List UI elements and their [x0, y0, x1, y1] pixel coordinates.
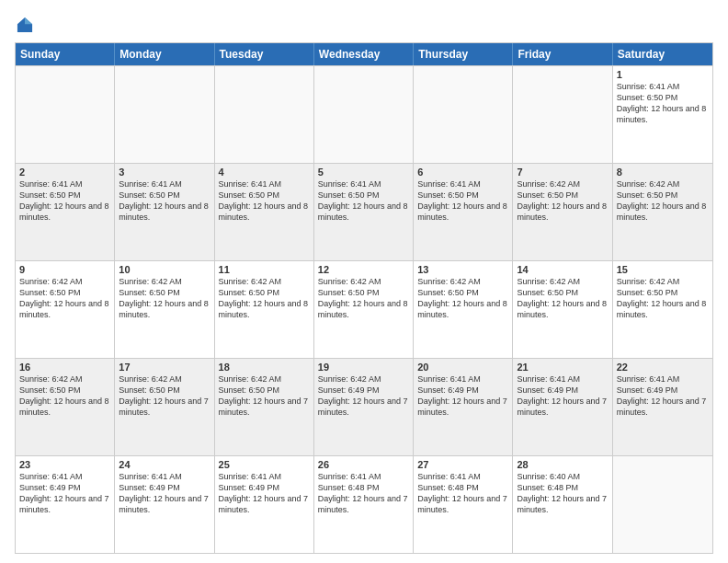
- day-number: 23: [19, 459, 110, 470]
- header: [15, 15, 713, 35]
- day-number: 25: [219, 459, 310, 470]
- day-cell-28: 28Sunrise: 6:40 AM Sunset: 6:48 PM Dayli…: [513, 456, 612, 553]
- empty-cell: [215, 66, 314, 163]
- day-number: 7: [517, 167, 608, 178]
- day-number: 27: [417, 459, 508, 470]
- day-cell-8: 8Sunrise: 6:42 AM Sunset: 6:50 PM Daylig…: [613, 164, 712, 260]
- day-cell-4: 4Sunrise: 6:41 AM Sunset: 6:50 PM Daylig…: [215, 164, 314, 260]
- day-number: 28: [517, 459, 608, 470]
- day-number: 1: [617, 69, 709, 80]
- day-info: Sunrise: 6:41 AM Sunset: 6:49 PM Dayligh…: [517, 373, 608, 419]
- day-cell-17: 17Sunrise: 6:42 AM Sunset: 6:50 PM Dayli…: [115, 359, 214, 455]
- day-number: 4: [219, 167, 310, 178]
- day-number: 3: [119, 167, 210, 178]
- day-cell-3: 3Sunrise: 6:41 AM Sunset: 6:50 PM Daylig…: [115, 164, 214, 260]
- day-info: Sunrise: 6:42 AM Sunset: 6:50 PM Dayligh…: [19, 373, 110, 419]
- day-cell-24: 24Sunrise: 6:41 AM Sunset: 6:49 PM Dayli…: [115, 456, 214, 553]
- logo-icon: [15, 15, 35, 35]
- day-cell-21: 21Sunrise: 6:41 AM Sunset: 6:49 PM Dayli…: [513, 359, 612, 455]
- day-info: Sunrise: 6:41 AM Sunset: 6:50 PM Dayligh…: [119, 178, 210, 224]
- calendar-week-3: 16Sunrise: 6:42 AM Sunset: 6:50 PM Dayli…: [16, 358, 712, 455]
- day-number: 17: [119, 362, 210, 373]
- day-cell-20: 20Sunrise: 6:41 AM Sunset: 6:49 PM Dayli…: [414, 359, 513, 455]
- day-info: Sunrise: 6:41 AM Sunset: 6:50 PM Dayligh…: [219, 178, 310, 224]
- day-cell-14: 14Sunrise: 6:42 AM Sunset: 6:50 PM Dayli…: [513, 261, 612, 358]
- day-info: Sunrise: 6:42 AM Sunset: 6:50 PM Dayligh…: [617, 276, 709, 321]
- day-number: 14: [517, 264, 608, 275]
- day-number: 6: [417, 167, 508, 178]
- day-info: Sunrise: 6:42 AM Sunset: 6:50 PM Dayligh…: [617, 178, 709, 224]
- header-day-tuesday: Tuesday: [215, 43, 314, 65]
- day-number: 22: [617, 362, 709, 373]
- day-info: Sunrise: 6:42 AM Sunset: 6:50 PM Dayligh…: [318, 276, 409, 321]
- day-cell-27: 27Sunrise: 6:41 AM Sunset: 6:48 PM Dayli…: [414, 456, 513, 553]
- day-info: Sunrise: 6:41 AM Sunset: 6:50 PM Dayligh…: [617, 81, 709, 126]
- empty-cell: [414, 66, 513, 163]
- day-cell-19: 19Sunrise: 6:42 AM Sunset: 6:49 PM Dayli…: [314, 359, 414, 455]
- day-number: 21: [517, 362, 608, 373]
- day-cell-16: 16Sunrise: 6:42 AM Sunset: 6:50 PM Dayli…: [16, 359, 115, 455]
- day-cell-23: 23Sunrise: 6:41 AM Sunset: 6:49 PM Dayli…: [16, 456, 115, 553]
- day-number: 24: [119, 459, 210, 470]
- day-cell-12: 12Sunrise: 6:42 AM Sunset: 6:50 PM Dayli…: [314, 261, 414, 358]
- day-info: Sunrise: 6:41 AM Sunset: 6:49 PM Dayligh…: [19, 471, 110, 516]
- day-number: 13: [417, 264, 508, 275]
- day-cell-22: 22Sunrise: 6:41 AM Sunset: 6:49 PM Dayli…: [613, 359, 712, 455]
- calendar-week-0: 1Sunrise: 6:41 AM Sunset: 6:50 PM Daylig…: [16, 65, 712, 163]
- day-cell-2: 2Sunrise: 6:41 AM Sunset: 6:50 PM Daylig…: [16, 164, 115, 260]
- day-cell-26: 26Sunrise: 6:41 AM Sunset: 6:48 PM Dayli…: [314, 456, 414, 553]
- day-cell-6: 6Sunrise: 6:41 AM Sunset: 6:50 PM Daylig…: [414, 164, 513, 260]
- empty-cell: [115, 66, 214, 163]
- calendar-week-2: 9Sunrise: 6:42 AM Sunset: 6:50 PM Daylig…: [16, 260, 712, 358]
- page: SundayMondayTuesdayWednesdayThursdayFrid…: [0, 0, 728, 563]
- day-info: Sunrise: 6:41 AM Sunset: 6:48 PM Dayligh…: [318, 471, 409, 516]
- day-number: 16: [19, 362, 110, 373]
- day-info: Sunrise: 6:41 AM Sunset: 6:49 PM Dayligh…: [219, 471, 310, 516]
- day-cell-10: 10Sunrise: 6:42 AM Sunset: 6:50 PM Dayli…: [115, 261, 214, 358]
- empty-cell: [613, 456, 712, 553]
- day-cell-11: 11Sunrise: 6:42 AM Sunset: 6:50 PM Dayli…: [215, 261, 314, 358]
- day-info: Sunrise: 6:41 AM Sunset: 6:49 PM Dayligh…: [617, 373, 709, 419]
- day-number: 12: [318, 264, 409, 275]
- day-info: Sunrise: 6:42 AM Sunset: 6:50 PM Dayligh…: [19, 276, 110, 321]
- day-info: Sunrise: 6:41 AM Sunset: 6:48 PM Dayligh…: [417, 471, 508, 516]
- day-number: 19: [318, 362, 409, 373]
- day-info: Sunrise: 6:41 AM Sunset: 6:50 PM Dayligh…: [417, 178, 508, 224]
- day-number: 11: [219, 264, 310, 275]
- day-info: Sunrise: 6:41 AM Sunset: 6:49 PM Dayligh…: [119, 471, 210, 516]
- day-number: 20: [417, 362, 508, 373]
- day-number: 26: [318, 459, 409, 470]
- day-number: 9: [19, 264, 110, 275]
- empty-cell: [16, 66, 115, 163]
- day-cell-13: 13Sunrise: 6:42 AM Sunset: 6:50 PM Dayli…: [414, 261, 513, 358]
- day-cell-25: 25Sunrise: 6:41 AM Sunset: 6:49 PM Dayli…: [215, 456, 314, 553]
- calendar-header-row: SundayMondayTuesdayWednesdayThursdayFrid…: [16, 43, 712, 65]
- day-number: 8: [617, 167, 709, 178]
- day-number: 10: [119, 264, 210, 275]
- calendar-week-1: 2Sunrise: 6:41 AM Sunset: 6:50 PM Daylig…: [16, 163, 712, 260]
- day-cell-1: 1Sunrise: 6:41 AM Sunset: 6:50 PM Daylig…: [613, 66, 712, 163]
- day-cell-5: 5Sunrise: 6:41 AM Sunset: 6:50 PM Daylig…: [314, 164, 414, 260]
- day-info: Sunrise: 6:42 AM Sunset: 6:50 PM Dayligh…: [417, 276, 508, 321]
- header-day-monday: Monday: [115, 43, 214, 65]
- day-info: Sunrise: 6:42 AM Sunset: 6:50 PM Dayligh…: [219, 276, 310, 321]
- calendar-week-4: 23Sunrise: 6:41 AM Sunset: 6:49 PM Dayli…: [16, 455, 712, 553]
- empty-cell: [513, 66, 612, 163]
- day-info: Sunrise: 6:42 AM Sunset: 6:49 PM Dayligh…: [318, 373, 409, 419]
- calendar-body: 1Sunrise: 6:41 AM Sunset: 6:50 PM Daylig…: [16, 65, 712, 553]
- day-cell-18: 18Sunrise: 6:42 AM Sunset: 6:50 PM Dayli…: [215, 359, 314, 455]
- day-info: Sunrise: 6:41 AM Sunset: 6:50 PM Dayligh…: [19, 178, 110, 224]
- day-number: 5: [318, 167, 409, 178]
- header-day-saturday: Saturday: [613, 43, 712, 65]
- logo: [15, 15, 39, 35]
- day-number: 18: [219, 362, 310, 373]
- day-info: Sunrise: 6:42 AM Sunset: 6:50 PM Dayligh…: [219, 373, 310, 419]
- day-info: Sunrise: 6:40 AM Sunset: 6:48 PM Dayligh…: [517, 471, 608, 516]
- calendar: SundayMondayTuesdayWednesdayThursdayFrid…: [15, 42, 713, 554]
- header-day-thursday: Thursday: [414, 43, 513, 65]
- day-number: 2: [19, 167, 110, 178]
- header-day-friday: Friday: [513, 43, 612, 65]
- header-day-sunday: Sunday: [16, 43, 115, 65]
- day-info: Sunrise: 6:42 AM Sunset: 6:50 PM Dayligh…: [119, 276, 210, 321]
- day-info: Sunrise: 6:42 AM Sunset: 6:50 PM Dayligh…: [517, 178, 608, 224]
